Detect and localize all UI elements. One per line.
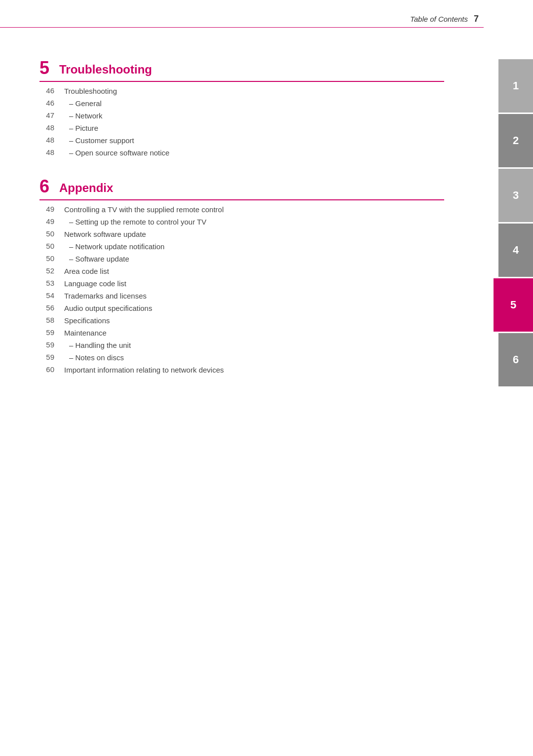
toc-page: 46 — [39, 99, 54, 107]
toc-text: – Software update — [64, 254, 129, 264]
toc-page: 59 — [39, 340, 54, 349]
chapter-tab-3-number: 3 — [513, 189, 519, 202]
toc-entry: 47 – Network — [39, 111, 444, 121]
toc-entry: 53 Language code list — [39, 278, 444, 289]
chapter-5-title: Troubleshooting — [59, 63, 152, 77]
toc-entry: 48 – Customer support — [39, 135, 444, 146]
toc-text: – General — [64, 98, 102, 109]
toc-text: – Network update notification — [64, 241, 164, 252]
toc-text: – Open source software notice — [64, 148, 169, 158]
toc-text: Specifications — [64, 315, 110, 326]
toc-page: 56 — [39, 303, 54, 312]
chapter-tab-3[interactable]: 3 — [498, 169, 533, 222]
chapter-5: 5 Troubleshooting 46 Troubleshooting 46 … — [39, 59, 444, 158]
toc-page: 50 — [39, 242, 54, 250]
toc-text: – Network — [64, 111, 103, 121]
toc-entry: 48 – Picture — [39, 123, 444, 133]
toc-text: – Picture — [64, 123, 98, 133]
chapter-tab-6-number: 6 — [513, 353, 519, 366]
chapter-tab-1[interactable]: 1 — [498, 59, 533, 113]
toc-page: 46 — [39, 86, 54, 95]
chapter-6-number: 6 — [39, 178, 49, 195]
toc-entry: 58 Specifications — [39, 315, 444, 326]
toc-entry: 49 Controlling a TV with the supplied re… — [39, 204, 444, 215]
toc-entry: 46 Troubleshooting — [39, 86, 444, 96]
toc-page: 48 — [39, 136, 54, 144]
toc-entry: 46 – General — [39, 98, 444, 109]
toc-page: 50 — [39, 254, 54, 263]
header-title: Table of Contents — [410, 15, 468, 23]
chapter-tab-2[interactable]: 2 — [498, 114, 533, 167]
toc-entry: 59 – Notes on discs — [39, 352, 444, 363]
toc-text: Audio output specifications — [64, 303, 152, 313]
chapter-5-number: 5 — [39, 59, 49, 77]
page-header: Table of Contents 7 — [410, 14, 479, 24]
toc-entry: 48 – Open source software notice — [39, 148, 444, 158]
toc-page: 60 — [39, 365, 54, 374]
header-page-number: 7 — [474, 14, 479, 24]
toc-entry: 59 – Handling the unit — [39, 340, 444, 350]
toc-text: Language code list — [64, 278, 126, 289]
toc-page: 48 — [39, 123, 54, 132]
toc-entry: 52 Area code list — [39, 266, 444, 276]
toc-text: – Notes on discs — [64, 352, 124, 363]
toc-text: Trademarks and licenses — [64, 291, 147, 301]
toc-text: Area code list — [64, 266, 109, 276]
toc-entry: 56 Audio output specifications — [39, 303, 444, 313]
chapter-6-header: 6 Appendix — [39, 178, 444, 200]
toc-page: 50 — [39, 229, 54, 238]
toc-entry: 49 – Setting up the remote to control yo… — [39, 217, 444, 227]
chapter-tab-4-number: 4 — [513, 244, 519, 257]
toc-page: 47 — [39, 111, 54, 119]
toc-text: – Customer support — [64, 135, 134, 146]
toc-text: Controlling a TV with the supplied remot… — [64, 204, 224, 215]
toc-entry: 54 Trademarks and licenses — [39, 291, 444, 301]
toc-page: 48 — [39, 148, 54, 156]
toc-text: Network software update — [64, 229, 146, 239]
toc-page: 49 — [39, 217, 54, 226]
main-content: 5 Troubleshooting 46 Troubleshooting 46 … — [0, 0, 484, 756]
toc-entry: 50 – Network update notification — [39, 241, 444, 252]
chapter-tab-4[interactable]: 4 — [498, 224, 533, 277]
toc-text: Important information relating to networ… — [64, 365, 224, 375]
page-container: Table of Contents 7 5 Troubleshooting 46… — [0, 0, 533, 756]
toc-entry: 59 Maintenance — [39, 328, 444, 338]
toc-page: 59 — [39, 328, 54, 337]
toc-page: 52 — [39, 266, 54, 275]
chapter-tab-2-number: 2 — [513, 134, 519, 147]
toc-text: – Setting up the remote to control your … — [64, 217, 206, 227]
toc-text: – Handling the unit — [64, 340, 131, 350]
toc-entry: 50 – Software update — [39, 254, 444, 264]
chapter-6-title: Appendix — [59, 182, 113, 195]
chapter-tab-5[interactable]: 5 — [494, 278, 533, 332]
chapter-tab-5-number: 5 — [510, 299, 516, 311]
chapter-tab-6[interactable]: 6 — [498, 333, 533, 386]
toc-page: 59 — [39, 353, 54, 361]
toc-text: Troubleshooting — [64, 86, 117, 96]
chapter-5-header: 5 Troubleshooting — [39, 59, 444, 82]
top-rule — [0, 27, 484, 28]
toc-page: 58 — [39, 316, 54, 324]
chapter-6: 6 Appendix 49 Controlling a TV with the … — [39, 178, 444, 375]
chapter-tab-1-number: 1 — [513, 79, 519, 92]
toc-text: Maintenance — [64, 328, 107, 338]
toc-entry: 50 Network software update — [39, 229, 444, 239]
toc-page: 49 — [39, 205, 54, 213]
toc-page: 54 — [39, 291, 54, 300]
toc-entry: 60 Important information relating to net… — [39, 365, 444, 375]
toc-page: 53 — [39, 279, 54, 287]
sidebar-tabs: 1 2 3 4 5 6 — [484, 0, 533, 756]
